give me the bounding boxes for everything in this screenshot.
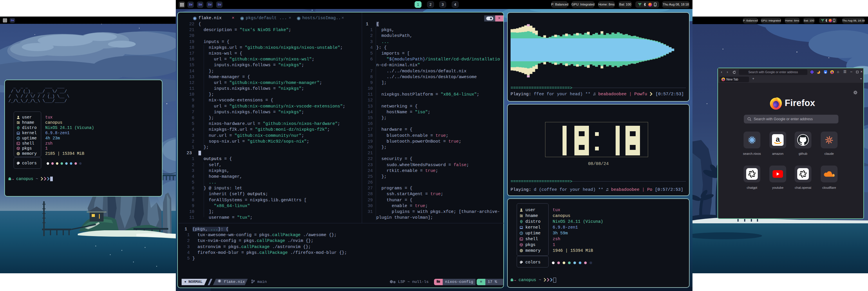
svg-text:a: a xyxy=(776,135,780,143)
